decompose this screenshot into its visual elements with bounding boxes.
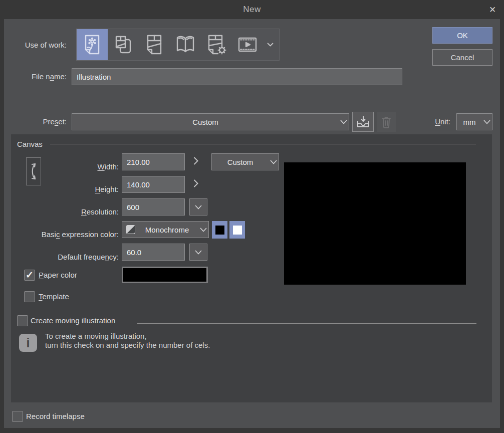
size-preset-value: Custom bbox=[212, 158, 269, 166]
size-preset-dropdown[interactable]: Custom bbox=[211, 153, 279, 170]
paper-color-checkbox[interactable]: ✓ bbox=[24, 270, 35, 281]
canvas-section-label: Canvas bbox=[17, 139, 43, 149]
moving-illustration-label: Create moving illustration bbox=[31, 315, 115, 326]
black-color-toggle[interactable] bbox=[212, 221, 227, 239]
template-label: Template bbox=[39, 291, 69, 302]
use-of-work-label: Use of work: bbox=[0, 40, 67, 50]
height-input[interactable] bbox=[122, 176, 185, 193]
chevron-down-icon bbox=[195, 250, 202, 255]
new-document-dialog: New ✕ Use of work: bbox=[0, 0, 504, 433]
title-bar: New ✕ bbox=[0, 0, 504, 19]
width-input[interactable] bbox=[122, 153, 185, 170]
use-of-work-illustration-icon[interactable] bbox=[77, 29, 108, 60]
use-of-work-animation-icon[interactable] bbox=[232, 29, 263, 60]
record-timelapse-label: Record timelapse bbox=[26, 411, 85, 422]
info-line-1: To create a moving illustration, bbox=[45, 332, 147, 341]
info-icon: i bbox=[19, 334, 37, 352]
canvas-preview bbox=[284, 162, 466, 285]
use-of-work-comic-icon[interactable] bbox=[139, 29, 170, 60]
expression-color-label: Basic expression color: bbox=[11, 230, 119, 240]
height-label: Height: bbox=[11, 184, 119, 194]
close-icon[interactable]: ✕ bbox=[486, 4, 499, 17]
frequency-label: Default frequency: bbox=[11, 252, 119, 262]
width-link-chevron-right-icon[interactable] bbox=[193, 157, 198, 165]
info-line-2: turn this check on and specify the numbe… bbox=[45, 341, 210, 350]
record-timelapse-checkbox[interactable] bbox=[12, 411, 23, 422]
unit-label: Unit: bbox=[384, 117, 450, 127]
file-name-input[interactable] bbox=[72, 68, 402, 85]
resolution-input[interactable] bbox=[122, 198, 185, 215]
white-color-toggle[interactable] bbox=[229, 221, 245, 239]
chevron-down-icon bbox=[195, 205, 202, 209]
preset-dropdown[interactable]: Custom bbox=[72, 113, 349, 130]
save-preset-icon bbox=[356, 115, 370, 128]
height-link-chevron-right-icon[interactable] bbox=[193, 179, 198, 187]
use-of-work-fanzine-icon[interactable] bbox=[170, 29, 201, 60]
template-checkbox[interactable] bbox=[24, 291, 35, 302]
monochrome-icon bbox=[126, 225, 136, 235]
frequency-dropdown-button[interactable] bbox=[189, 244, 207, 261]
unit-value: mm bbox=[457, 118, 482, 126]
paper-color-swatch[interactable] bbox=[122, 267, 208, 283]
ok-button[interactable]: OK bbox=[432, 27, 492, 44]
dialog-title: New bbox=[0, 0, 504, 19]
use-of-work-more-chevron-down-icon[interactable] bbox=[263, 43, 277, 47]
use-of-work-all-comic-settings-icon[interactable] bbox=[201, 29, 232, 60]
save-preset-button[interactable] bbox=[352, 112, 374, 132]
file-name-label: File name: bbox=[0, 72, 67, 82]
chevron-down-icon bbox=[482, 120, 492, 124]
chevron-down-icon bbox=[198, 228, 208, 232]
paper-color-label: Paper color bbox=[39, 270, 77, 281]
expression-color-dropdown[interactable]: Monochrome bbox=[122, 221, 209, 238]
preset-value: Custom bbox=[72, 118, 339, 126]
resolution-label: Resolution: bbox=[11, 207, 119, 217]
moving-illustration-rule bbox=[137, 323, 476, 324]
cancel-button[interactable]: Cancel bbox=[432, 49, 492, 66]
unit-dropdown[interactable]: mm bbox=[456, 113, 492, 130]
white-swatch bbox=[233, 226, 242, 235]
frequency-input[interactable] bbox=[122, 244, 185, 261]
preset-label: Preset: bbox=[0, 117, 67, 127]
chevron-down-icon bbox=[339, 120, 349, 124]
use-of-work-webtoon-icon[interactable] bbox=[108, 29, 139, 60]
resolution-dropdown-button[interactable] bbox=[189, 198, 207, 215]
moving-illustration-checkbox[interactable] bbox=[17, 315, 28, 326]
chevron-down-icon bbox=[269, 160, 279, 164]
use-of-work-strip bbox=[76, 29, 280, 61]
checkmark-icon: ✓ bbox=[26, 270, 34, 280]
canvas-section: Canvas Width: Custom Height: Resolution: bbox=[11, 134, 492, 402]
expression-color-value: Monochrome bbox=[136, 226, 198, 234]
black-swatch bbox=[215, 226, 224, 235]
canvas-section-rule bbox=[50, 144, 476, 144]
width-label: Width: bbox=[11, 162, 119, 172]
